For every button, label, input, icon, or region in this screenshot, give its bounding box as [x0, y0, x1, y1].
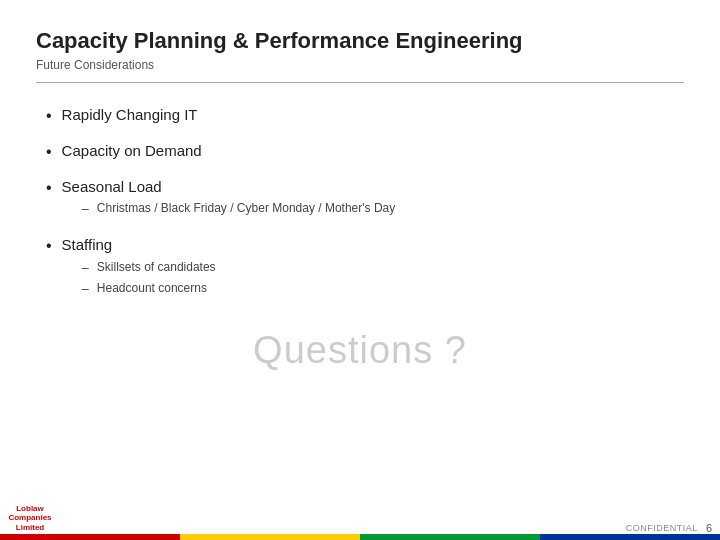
sub-dash-4-2: – — [82, 280, 89, 298]
bullet-text-1: Rapidly Changing IT — [62, 106, 198, 123]
sub-dash-4-1: – — [82, 259, 89, 277]
bullet-dot-2: • — [46, 142, 52, 163]
confidential-label: CONFIDENTIAL — [626, 523, 698, 533]
divider — [36, 82, 684, 83]
bullet-dot-4: • — [46, 236, 52, 257]
bullet-list: • Rapidly Changing IT • Capacity on Dema… — [36, 105, 684, 301]
questions-section: Questions ? — [36, 329, 684, 372]
bullet-text-4: Staffing — [62, 236, 113, 253]
bullet-item-3: • Seasonal Load – Christmas / Black Frid… — [46, 177, 684, 222]
bar-yellow — [180, 534, 360, 540]
sub-bullets-3: – Christmas / Black Friday / Cyber Monda… — [82, 200, 396, 218]
sub-bullets-4: – Skillsets of candidates – Headcount co… — [82, 259, 216, 298]
questions-label: Questions ? — [253, 329, 467, 371]
sub-dash-3-1: – — [82, 200, 89, 218]
color-bar — [0, 534, 720, 540]
bullet-text-3: Seasonal Load — [62, 178, 162, 195]
sub-bullet-item-4-1: – Skillsets of candidates — [82, 259, 216, 277]
bullet-dot-3: • — [46, 178, 52, 199]
sub-text-3-1: Christmas / Black Friday / Cyber Monday … — [97, 200, 395, 217]
bar-blue — [540, 534, 720, 540]
slide-title: Capacity Planning & Performance Engineer… — [36, 28, 684, 54]
bullet-item-2: • Capacity on Demand — [46, 141, 684, 163]
slide: Capacity Planning & Performance Engineer… — [0, 0, 720, 540]
sub-bullet-item-4-2: – Headcount concerns — [82, 280, 216, 298]
sub-text-4-1: Skillsets of candidates — [97, 259, 216, 276]
slide-subtitle: Future Considerations — [36, 58, 684, 72]
logo-text: Loblaw Companies Limited — [8, 504, 51, 533]
bar-red — [0, 534, 180, 540]
bullet-text-2: Capacity on Demand — [62, 142, 202, 159]
sub-text-4-2: Headcount concerns — [97, 280, 207, 297]
bar-green — [360, 534, 540, 540]
bullet-item-1: • Rapidly Changing IT — [46, 105, 684, 127]
sub-bullet-item-3-1: – Christmas / Black Friday / Cyber Monda… — [82, 200, 396, 218]
bullet-item-4: • Staffing – Skillsets of candidates – H… — [46, 235, 684, 301]
bullet-dot-1: • — [46, 106, 52, 127]
page-number: 6 — [706, 522, 712, 534]
